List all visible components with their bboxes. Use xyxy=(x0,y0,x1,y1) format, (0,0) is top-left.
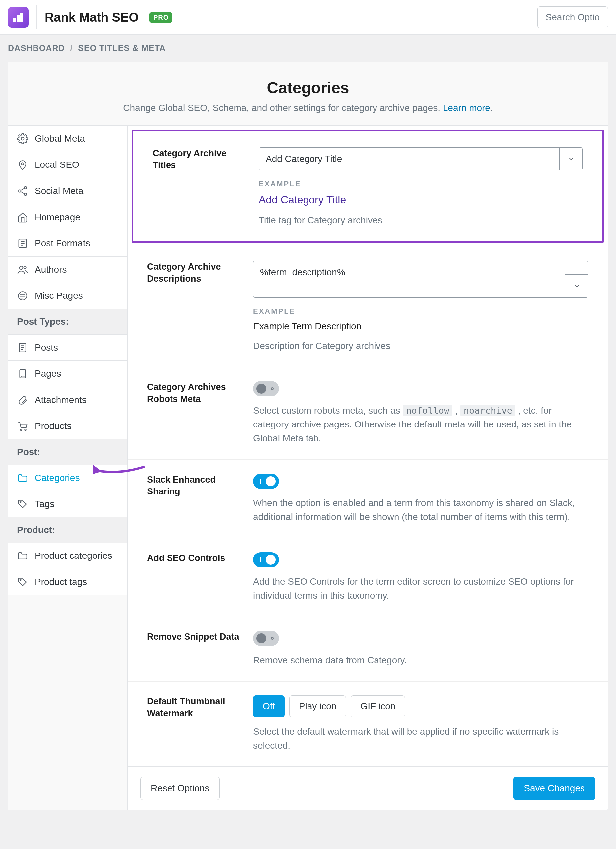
svg-point-3 xyxy=(21,137,24,140)
sidebar-item-global-meta[interactable]: Global Meta xyxy=(8,126,127,152)
sidebar-item-authors[interactable]: Authors xyxy=(8,257,127,283)
remove-snippet-toggle[interactable] xyxy=(253,631,279,646)
help-slack: When the option is enabled and a term fr… xyxy=(253,496,588,524)
svg-point-16 xyxy=(18,292,27,300)
example-title: Add Category Title xyxy=(259,194,583,206)
help-archive-titles: Title tag for Category archives xyxy=(259,213,583,227)
sidebar-group-post: Post: xyxy=(8,439,127,465)
sidebar-item-posts[interactable]: Posts xyxy=(8,335,127,361)
svg-line-9 xyxy=(21,192,25,194)
paperclip-icon xyxy=(17,394,28,406)
svg-point-4 xyxy=(21,163,24,165)
svg-point-26 xyxy=(21,429,22,430)
sidebar-item-social-meta[interactable]: Social Meta xyxy=(8,178,127,204)
cart-icon xyxy=(17,420,28,432)
pin-icon xyxy=(17,159,28,170)
page-icon xyxy=(17,368,28,380)
label-slack-sharing: Slack Enhanced Sharing xyxy=(147,474,246,524)
reset-options-button[interactable]: Reset Options xyxy=(140,777,219,800)
archive-description-input[interactable]: %term_description% xyxy=(253,261,588,298)
label-archive-descriptions: Category Archive Descriptions xyxy=(147,261,246,353)
sidebar-item-pages[interactable]: Pages xyxy=(8,361,127,387)
save-changes-button[interactable]: Save Changes xyxy=(513,777,595,800)
svg-point-29 xyxy=(20,579,21,581)
archive-title-input[interactable]: Add Category Title xyxy=(259,147,583,170)
sidebar-item-product-categories[interactable]: Product categories xyxy=(8,543,127,569)
pro-badge: PRO xyxy=(149,12,173,22)
breadcrumb: DASHBOARD / SEO TITLES & META xyxy=(0,35,616,62)
svg-point-7 xyxy=(24,193,27,195)
robots-meta-toggle[interactable] xyxy=(253,381,279,396)
document-icon xyxy=(17,342,28,353)
breadcrumb-root[interactable]: DASHBOARD xyxy=(8,43,65,53)
seo-controls-toggle[interactable] xyxy=(253,552,279,567)
misc-icon xyxy=(17,290,28,301)
learn-more-link[interactable]: Learn more xyxy=(443,103,490,113)
variable-dropdown-button[interactable] xyxy=(565,274,588,298)
home-icon xyxy=(17,212,28,223)
help-remove-snippet: Remove schema data from Category. xyxy=(253,653,588,667)
svg-point-28 xyxy=(20,502,21,503)
label-remove-snippet: Remove Snippet Data xyxy=(147,631,246,667)
help-archive-descriptions: Description for Category archives xyxy=(253,339,588,353)
svg-point-5 xyxy=(24,187,27,189)
page-title: Categories xyxy=(16,79,600,97)
sidebar-item-local-seo[interactable]: Local SEO xyxy=(8,152,127,178)
svg-rect-0 xyxy=(14,18,16,22)
sidebar-item-homepage[interactable]: Homepage xyxy=(8,204,127,231)
breadcrumb-current: SEO TITLES & META xyxy=(78,43,166,53)
sidebar-group-product: Product: xyxy=(8,517,127,543)
label-archive-titles: Category Archive Titles xyxy=(152,147,252,227)
svg-point-6 xyxy=(19,190,21,192)
svg-point-15 xyxy=(24,266,26,268)
variable-dropdown-button[interactable] xyxy=(559,147,583,170)
chevron-down-icon xyxy=(568,155,575,162)
rankmath-logo xyxy=(8,7,28,28)
svg-point-14 xyxy=(19,266,23,269)
watermark-option-gif[interactable]: GIF icon xyxy=(351,696,405,717)
sidebar-item-categories[interactable]: Categories xyxy=(8,465,127,491)
label-robots-meta: Category Archives Robots Meta xyxy=(147,381,246,445)
svg-point-27 xyxy=(25,429,26,430)
label-seo-controls: Add SEO Controls xyxy=(147,552,246,603)
sidebar-item-misc-pages[interactable]: Misc Pages xyxy=(8,283,127,309)
page-subtitle: Change Global SEO, Schema, and other set… xyxy=(16,103,600,113)
sidebar-item-product-tags[interactable]: Product tags xyxy=(8,569,127,595)
sidebar-group-post-types: Post Types: xyxy=(8,309,127,335)
svg-line-8 xyxy=(21,188,25,191)
svg-rect-2 xyxy=(21,13,23,22)
example-description: Example Term Description xyxy=(253,321,588,332)
sidebar-item-products[interactable]: Products xyxy=(8,413,127,439)
tag-icon xyxy=(17,499,28,510)
watermark-option-off[interactable]: Off xyxy=(253,696,285,717)
list-icon xyxy=(17,238,28,249)
search-input[interactable]: Search Optio xyxy=(537,6,608,28)
folder-icon xyxy=(17,472,28,484)
sidebar-item-attachments[interactable]: Attachments xyxy=(8,387,127,413)
help-seo-controls: Add the SEO Controls for the term editor… xyxy=(253,575,588,603)
sidebar-item-post-formats[interactable]: Post Formats xyxy=(8,231,127,257)
label-thumbnail-watermark: Default Thumbnail Watermark xyxy=(147,696,246,752)
svg-rect-1 xyxy=(17,16,19,22)
app-title: Rank Math SEO xyxy=(45,10,139,25)
watermark-option-play[interactable]: Play icon xyxy=(289,696,346,717)
help-thumbnail: Select the default watermark that will b… xyxy=(253,725,588,752)
folder-icon xyxy=(17,550,28,562)
share-icon xyxy=(17,185,28,197)
chevron-down-icon xyxy=(573,283,580,290)
svg-rect-25 xyxy=(21,376,24,377)
sidebar-item-tags[interactable]: Tags xyxy=(8,491,127,517)
gear-icon xyxy=(17,133,28,144)
slack-sharing-toggle[interactable] xyxy=(253,474,279,489)
help-robots-meta: Select custom robots meta, such as nofol… xyxy=(253,404,588,445)
tag-icon xyxy=(17,576,28,588)
users-icon xyxy=(17,264,28,275)
